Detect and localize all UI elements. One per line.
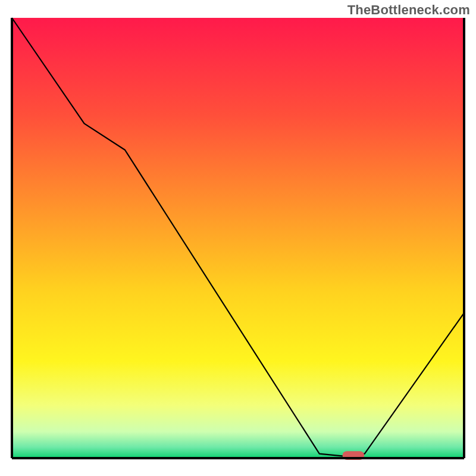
chart-container: TheBottleneck.com: [0, 0, 476, 476]
bottleneck-chart: [0, 0, 476, 476]
gradient-background: [12, 18, 464, 458]
